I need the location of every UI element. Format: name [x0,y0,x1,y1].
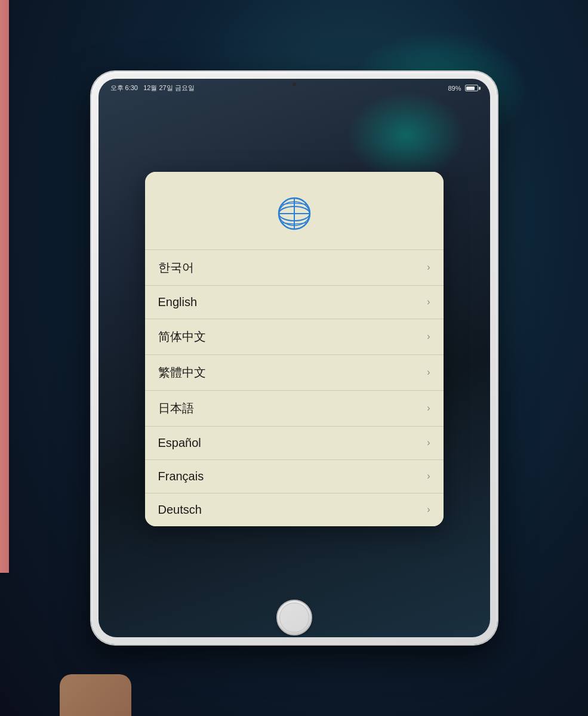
language-item-simplified-chinese[interactable]: 简体中文 › [145,319,444,354]
chevron-icon-french: › [427,471,430,482]
language-name-korean: 한국어 [158,260,194,276]
front-camera [293,82,296,86]
language-selection-card: 한국어 › English › 简体中文 › 繁體中文 [145,172,444,526]
chevron-icon-spanish: › [427,437,430,448]
battery-icon [465,85,478,91]
home-button-area[interactable] [276,600,312,635]
chevron-icon-simplified-chinese: › [427,331,430,342]
globe-icon [276,196,312,232]
language-name-spanish: Español [158,436,201,450]
language-item-english[interactable]: English › [145,285,444,319]
status-bar: 오후 6:30 12월 27일 금요일 89% [98,79,490,96]
language-name-japanese: 日本語 [158,400,194,416]
language-list: 한국어 › English › 简体中文 › 繁體中文 [145,249,444,526]
language-name-traditional-chinese: 繁體中文 [158,365,206,381]
battery-percentage: 89% [448,85,461,92]
language-item-french[interactable]: Français › [145,459,444,493]
status-right: 89% [448,85,478,92]
ipad-device: 오후 6:30 12월 27일 금요일 89% [91,72,497,644]
language-item-spanish[interactable]: Español › [145,426,444,459]
scene: 오후 6:30 12월 27일 금요일 89% [0,0,588,716]
language-name-french: Français [158,470,204,483]
language-item-traditional-chinese[interactable]: 繁體中文 › [145,354,444,390]
globe-section [145,172,444,249]
screen-content: 한국어 › English › 简体中文 › 繁體中文 [98,96,490,637]
chevron-icon-german: › [427,504,430,515]
battery-fill [466,87,475,90]
chevron-icon-korean: › [427,262,430,273]
chevron-icon-japanese: › [427,403,430,413]
status-time: 오후 6:30 12월 27일 금요일 [110,84,195,92]
home-button-inner [279,603,309,632]
language-item-german[interactable]: Deutsch › [145,493,444,526]
time-text: 오후 6:30 [110,84,138,91]
home-button[interactable] [276,600,312,635]
hand-hint [60,674,131,716]
language-item-korean[interactable]: 한국어 › [145,249,444,285]
ipad-cover [0,0,9,573]
chevron-icon-traditional-chinese: › [427,367,430,378]
ipad-screen: 오후 6:30 12월 27일 금요일 89% [98,79,490,637]
language-name-simplified-chinese: 简体中文 [158,329,206,345]
chevron-icon-english: › [427,297,430,307]
language-name-english: English [158,295,198,309]
language-name-german: Deutsch [158,503,202,517]
language-item-japanese[interactable]: 日本語 › [145,390,444,426]
date-text: 12월 27일 금요일 [143,84,195,91]
